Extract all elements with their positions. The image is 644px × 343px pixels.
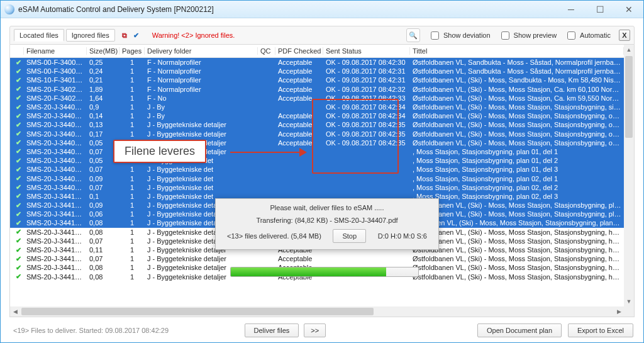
deliver-files-button[interactable]: Deliver files [245, 323, 299, 337]
horizontal-scrollbar[interactable]: ◀▶ [10, 306, 624, 317]
col-sent[interactable]: Sent Status [323, 47, 410, 55]
table-row[interactable]: ✔SMS-20-J-34403.pdf0,171J - Byggeteknisk… [10, 130, 634, 138]
table-row[interactable]: ✔SMS-20-J-34405.pdf0,071J - Byggeteknisk… [10, 147, 634, 156]
pdf-icon[interactable]: ⧉ [119, 30, 130, 40]
next-button[interactable]: >> [304, 323, 326, 337]
progress-elapsed: D:0 H:0 M:0 S:6 [378, 232, 427, 240]
table-row[interactable]: ✔SMS-00-F-34001.pdf0,251F - Normalprofil… [10, 58, 634, 67]
check-icon: ✔ [13, 59, 24, 66]
check-icon: ✔ [13, 130, 24, 137]
check-icon: ✔ [13, 202, 24, 209]
check-icon: ✔ [13, 184, 24, 191]
table-row[interactable]: ✔SMS-20-J-34404.pdf0,051J - Byggeteknisk… [10, 138, 634, 147]
stop-button[interactable]: Stop [333, 229, 366, 243]
progress-message-1: Please wait, deliver files to eSAM ..... [216, 199, 438, 211]
check-icon: ✔ [13, 228, 24, 235]
col-qc[interactable]: QC [258, 47, 275, 55]
table-row[interactable]: ✔SMS-20-F-34023.pdf1,891F - Normalprofil… [10, 85, 634, 94]
progress-dialog: Please wait, deliver files to eSAM .....… [215, 198, 439, 250]
check-icon: ✔ [13, 166, 24, 173]
check-icon: ✔ [13, 193, 24, 200]
check-icon: ✔ [13, 139, 24, 146]
check-icon: ✔ [13, 77, 24, 84]
minimize-button[interactable]: ─ [557, 1, 586, 18]
col-size[interactable]: Size(MB) [87, 47, 119, 55]
check-icon: ✔ [13, 237, 24, 244]
col-filename[interactable]: Filename [24, 47, 87, 55]
check-icon: ✔ [13, 264, 24, 271]
warning-text: Warning! <2> Ignored files. [152, 31, 235, 39]
close-button[interactable]: ✕ [614, 1, 643, 18]
check-icon: ✔ [13, 220, 24, 227]
check-icon: ✔ [13, 113, 24, 120]
progress-delivered: <13> files delivered. (5,84 MB) [227, 232, 321, 240]
check-icon: ✔ [13, 175, 24, 182]
progress-message-2: Transfering: (84,82 KB) - SMS-20-J-34407… [216, 211, 438, 224]
annotation-callout: Filene leveres [113, 140, 206, 163]
check-icon: ✔ [13, 86, 24, 93]
check-icon: ✔ [13, 94, 24, 101]
col-pages[interactable]: Pages [119, 47, 145, 55]
check-icon: ✔ [13, 273, 24, 280]
table-body[interactable]: ✔SMS-00-F-34001.pdf0,251F - Normalprofil… [10, 58, 634, 317]
check-icon: ✔ [13, 68, 24, 75]
spellcheck-icon[interactable]: ✔ [131, 30, 142, 40]
table-row[interactable]: ✔SMS-20-J-34401.pdf0,141J - ByAcceptable… [10, 111, 634, 120]
checkbox-show-deviation[interactable]: Show deviation [428, 30, 491, 42]
checkbox-automatic[interactable]: Automatic [565, 30, 611, 42]
table-row[interactable]: ✔SMS-20-J-34407.pdf0,071J - Byggeteknisk… [10, 165, 634, 174]
progress-bar [230, 267, 419, 277]
open-document-plan-button[interactable]: Open Document plan [477, 323, 562, 337]
table-row[interactable]: ✔SMS-20-J-34402.pdf0,131J - Byggeteknisk… [10, 120, 634, 129]
check-icon: ✔ [13, 121, 24, 128]
status-bar: <19> Files to deliver. Started: 09.08.20… [9, 317, 635, 337]
search-icon[interactable]: 🔍 [406, 28, 420, 42]
col-tittel[interactable]: Tittel [410, 47, 624, 55]
app-icon [4, 4, 14, 14]
table-row[interactable]: ✔SMS-20-J-34409.pdf0,071J - Byggeteknisk… [10, 183, 634, 192]
annotation-arrow [230, 150, 306, 155]
titlebar: eSAM Automatic Control and Delivery Syst… [1, 1, 643, 18]
table-row[interactable]: ✔SMS-20-J-34417.pdf0,071J - Byggeteknisk… [10, 254, 634, 263]
table-row[interactable]: ✔SMS-00-F-34002.pdf0,241F - Normalprofil… [10, 67, 634, 76]
tab-located-files[interactable]: Located files [14, 29, 64, 42]
col-pdfchecked[interactable]: PDF Checked [275, 47, 323, 55]
status-text: <19> Files to deliver. Started: 09.08.20… [13, 327, 169, 334]
table-row[interactable]: ✔SMS-20-F-34024.pdf1,641F - NoAcceptable… [10, 94, 634, 103]
table-row[interactable]: ✔SMS-20-J-34406.pdf0,051J - Byggeteknisk… [10, 156, 634, 165]
table-row[interactable]: ✔SMS-10-F-34016.pdf0,211F - Normalprofil… [10, 76, 634, 84]
check-icon: ✔ [13, 104, 24, 111]
table-header: Filename Size(MB) Pages Delivery folder … [10, 45, 634, 58]
vertical-scrollbar[interactable]: ▲▼ [624, 45, 634, 306]
toolbar: Located files Ignored files ⧉ ✔ Warning!… [9, 26, 635, 45]
check-icon: ✔ [13, 211, 24, 218]
check-icon: ✔ [13, 157, 24, 164]
maximize-button[interactable]: ☐ [586, 1, 614, 18]
checkbox-show-preview[interactable]: Show preview [499, 30, 557, 42]
table-row[interactable]: ✔SMS-20-J-34400.pdf0,91J - ByOK - 09.08.… [10, 103, 634, 111]
tab-ignored-files[interactable]: Ignored files [66, 29, 115, 42]
file-table: Filename Size(MB) Pages Delivery folder … [9, 45, 635, 317]
check-icon: ✔ [13, 148, 24, 155]
check-icon: ✔ [13, 256, 24, 262]
export-to-excel-button[interactable]: Export to Excel [568, 323, 633, 337]
window-title: eSAM Automatic Control and Delivery Syst… [18, 5, 557, 14]
check-icon: ✔ [13, 247, 24, 254]
panel-close-button[interactable]: X [619, 30, 630, 41]
table-row[interactable]: ✔SMS-20-J-34408.pdf0,091J - Byggeteknisk… [10, 174, 634, 183]
col-delivery[interactable]: Delivery folder [145, 47, 258, 55]
